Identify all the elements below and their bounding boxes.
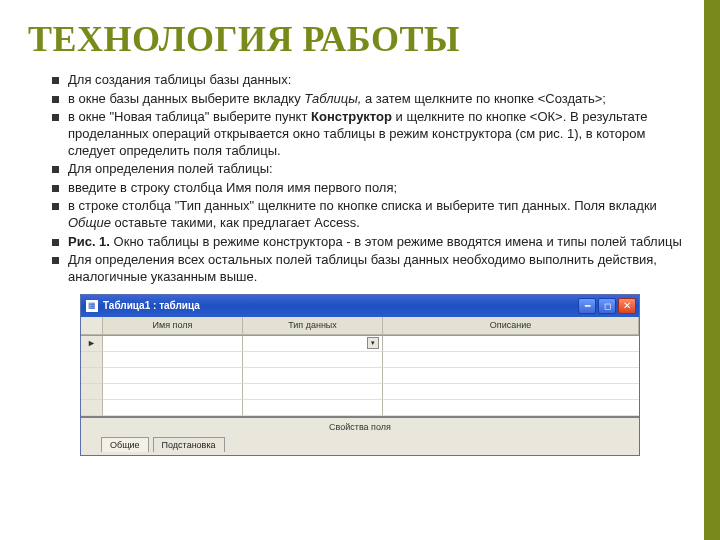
description-cell[interactable]	[383, 368, 639, 384]
properties-label: Свойства поля	[87, 422, 633, 432]
data-type-cell[interactable]	[243, 352, 383, 368]
description-cell[interactable]	[383, 384, 639, 400]
grid-row[interactable]	[81, 400, 639, 416]
list-item: Рис. 1. Окно таблицы в режиме конструкто…	[52, 234, 692, 251]
list-item: в строке столбца "Тип данных" щелкните п…	[52, 198, 692, 231]
list-item: Для определения полей таблицы:	[52, 161, 692, 178]
grid-row[interactable]	[81, 352, 639, 368]
data-type-cell[interactable]	[243, 400, 383, 416]
row-selector[interactable]	[81, 384, 103, 400]
description-cell[interactable]	[383, 400, 639, 416]
column-header-type[interactable]: Тип данных	[243, 317, 383, 335]
list-item: в окне "Новая таблица" выберите пункт Ко…	[52, 109, 692, 159]
field-name-cell[interactable]	[103, 368, 243, 384]
column-header-desc[interactable]: Описание	[383, 317, 639, 335]
window-title: Таблица1 : таблица	[103, 300, 578, 311]
list-item: Для определения всех остальных полей таб…	[52, 252, 692, 285]
row-selector[interactable]	[81, 352, 103, 368]
field-name-cell[interactable]	[103, 352, 243, 368]
field-properties-pane: Свойства поля Общие Подстановка	[81, 416, 639, 455]
bold-text: Рис. 1.	[68, 234, 110, 249]
maximize-button[interactable]: ◻	[598, 298, 616, 314]
bullet-list: Для создания таблицы базы данных: в окне…	[28, 72, 692, 286]
slide-title: ТЕХНОЛОГИЯ РАБОТЫ	[28, 18, 692, 60]
grid-header: Имя поля Тип данных Описание	[81, 317, 639, 336]
bullet-text: Для определения полей таблицы:	[68, 161, 273, 176]
field-name-cell[interactable]	[103, 400, 243, 416]
data-type-cell[interactable]: ▾	[243, 336, 383, 352]
minimize-button[interactable]: ━	[578, 298, 596, 314]
grid-rows: ► ▾	[81, 336, 639, 416]
bold-text: Конструктор	[311, 109, 392, 124]
dropdown-icon[interactable]: ▾	[367, 337, 379, 349]
field-name-cell[interactable]	[103, 384, 243, 400]
italic-text: Таблицы,	[304, 91, 361, 106]
close-button[interactable]: ✕	[618, 298, 636, 314]
bullet-text: в окне базы данных выберите вкладку	[68, 91, 304, 106]
titlebar[interactable]: ▦ Таблица1 : таблица ━ ◻ ✕	[81, 295, 639, 317]
italic-text: Общие	[68, 215, 111, 230]
access-table-designer-window: ▦ Таблица1 : таблица ━ ◻ ✕ Имя поля Тип …	[80, 294, 640, 456]
grid-row[interactable]: ► ▾	[81, 336, 639, 352]
data-type-cell[interactable]	[243, 384, 383, 400]
property-tabs: Общие Подстановка	[87, 436, 633, 451]
list-item: Для создания таблицы базы данных:	[52, 72, 692, 89]
bullet-text: оставьте такими, как предлагает Access.	[111, 215, 360, 230]
row-selector[interactable]	[81, 368, 103, 384]
row-selector[interactable]	[81, 400, 103, 416]
grid-row[interactable]	[81, 368, 639, 384]
list-item: в окне базы данных выберите вкладку Табл…	[52, 91, 692, 108]
window-controls: ━ ◻ ✕	[578, 298, 636, 314]
tab-lookup[interactable]: Подстановка	[153, 437, 225, 452]
bullet-text: Окно таблицы в режиме конструктора - в э…	[110, 234, 682, 249]
bullet-text: Для создания таблицы базы данных:	[68, 72, 291, 87]
bullet-text: а затем щелкните по кнопке <Создать>;	[361, 91, 606, 106]
description-cell[interactable]	[383, 352, 639, 368]
column-header-name[interactable]: Имя поля	[103, 317, 243, 335]
bullet-text: Для определения всех остальных полей таб…	[68, 252, 657, 284]
accent-bar	[704, 0, 720, 540]
window-icon: ▦	[86, 300, 98, 312]
corner-cell	[81, 317, 103, 335]
grid-row[interactable]	[81, 384, 639, 400]
tab-general[interactable]: Общие	[101, 437, 149, 452]
field-name-cell[interactable]	[103, 336, 243, 352]
bullet-text: в строке столбца "Тип данных" щелкните п…	[68, 198, 657, 213]
row-selector[interactable]: ►	[81, 336, 103, 352]
list-item: введите в строку столбца Имя поля имя пе…	[52, 180, 692, 197]
bullet-text: в окне "Новая таблица" выберите пункт	[68, 109, 311, 124]
data-type-cell[interactable]	[243, 368, 383, 384]
description-cell[interactable]	[383, 336, 639, 352]
bullet-text: введите в строку столбца Имя поля имя пе…	[68, 180, 397, 195]
